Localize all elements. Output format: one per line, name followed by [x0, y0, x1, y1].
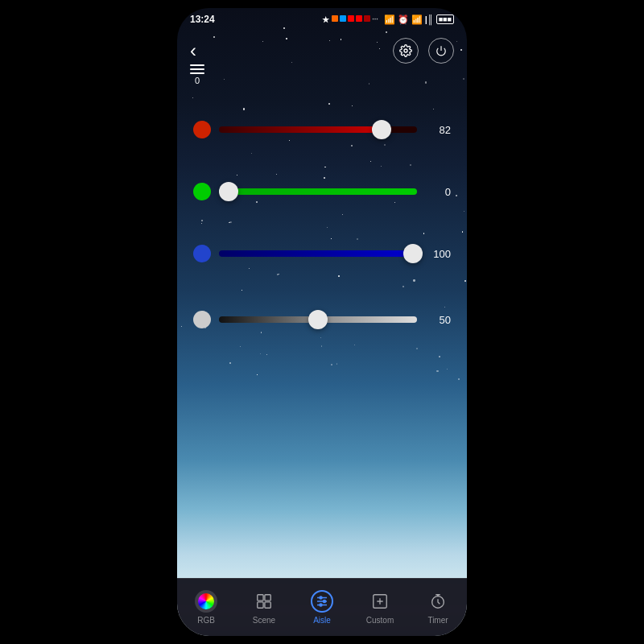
- rgb-nav-icon: [195, 590, 217, 613]
- power-button[interactable]: [428, 38, 454, 64]
- nav-item-timer[interactable]: Timer: [409, 590, 467, 625]
- blue-value: 100: [425, 248, 451, 260]
- nav-item-aisle[interactable]: Aisle: [293, 590, 351, 625]
- alarm-icon: ⏰: [398, 14, 409, 25]
- power-icon: [436, 45, 447, 56]
- signal2-icon: |║: [425, 14, 434, 24]
- red-value: 82: [425, 124, 451, 136]
- timer-nav-label: Timer: [427, 616, 448, 625]
- gear-icon: [399, 44, 412, 57]
- svg-point-0: [404, 49, 407, 52]
- white-thumb[interactable]: [308, 310, 328, 329]
- settings-button[interactable]: [393, 38, 419, 64]
- scene-nav-label: Scene: [253, 616, 275, 625]
- svg-rect-5: [265, 602, 270, 608]
- custom-nav-label: Custom: [366, 616, 394, 625]
- blue-dot: [193, 245, 211, 262]
- green-slider-row: 0: [193, 183, 451, 200]
- battery-icon: ■■■: [436, 14, 454, 24]
- notification-icons: ···: [332, 15, 378, 23]
- aisle-nav-icon: [311, 590, 333, 613]
- green-track-wrapper[interactable]: [219, 183, 417, 200]
- phone-frame: 13:24 ★ ··· 📶 ⏰ 📶 |║ ■■■ ‹: [177, 8, 467, 636]
- green-thumb[interactable]: [219, 182, 238, 201]
- nav-item-custom[interactable]: Custom: [351, 590, 409, 625]
- sliders-container: 82 0 100: [177, 121, 467, 373]
- green-track: [219, 188, 417, 195]
- blue-thumb[interactable]: [403, 244, 423, 263]
- screen: 13:24 ★ ··· 📶 ⏰ 📶 |║ ■■■ ‹: [177, 8, 467, 636]
- hamburger-icon[interactable]: [190, 64, 204, 74]
- aisle-nav-label: Aisle: [313, 616, 331, 625]
- blue-track-wrapper[interactable]: [219, 245, 417, 262]
- menu-number: 0: [190, 76, 204, 85]
- bluetooth-status-icon: 📶: [384, 14, 395, 25]
- white-slider-row: 50: [193, 311, 451, 328]
- rgb-circle-icon: [198, 593, 214, 609]
- red-slider-row: 82: [193, 121, 451, 138]
- custom-icon: [371, 592, 389, 610]
- top-bar: ‹: [177, 31, 467, 71]
- status-bar: 13:24 ★ ··· 📶 ⏰ 📶 |║ ■■■: [177, 8, 467, 31]
- white-track-wrapper[interactable]: [219, 311, 417, 328]
- svg-point-9: [320, 597, 322, 599]
- red-dot: [193, 121, 211, 138]
- red-track-wrapper[interactable]: [219, 121, 417, 138]
- green-value: 0: [425, 186, 451, 198]
- signal-icon: 📶: [411, 14, 423, 25]
- blue-track: [219, 250, 417, 257]
- custom-nav-icon: [369, 590, 391, 613]
- nav-item-scene[interactable]: Scene: [235, 590, 293, 625]
- nav-item-rgb[interactable]: RGB: [177, 590, 235, 625]
- white-dot: [193, 311, 211, 328]
- menu-area: 0: [190, 64, 204, 85]
- bottom-nav: RGB Scene: [177, 578, 467, 636]
- scene-nav-icon: [253, 590, 275, 613]
- bluetooth-icon: ★: [322, 15, 329, 24]
- scene-icon: [255, 592, 273, 610]
- back-button[interactable]: ‹: [190, 39, 196, 62]
- timer-icon: [429, 592, 447, 610]
- svg-point-11: [320, 604, 322, 606]
- svg-point-10: [324, 601, 326, 603]
- status-time: 13:24: [190, 14, 215, 25]
- green-dot: [193, 183, 211, 200]
- blue-slider-row: 100: [193, 245, 451, 262]
- svg-rect-4: [258, 602, 263, 608]
- rgb-nav-label: RGB: [197, 616, 215, 625]
- white-value: 50: [425, 314, 451, 326]
- red-track: [219, 126, 417, 133]
- status-icons: ★ ··· 📶 ⏰ 📶 |║ ■■■: [322, 14, 454, 25]
- top-right-icons: [393, 38, 454, 64]
- timer-nav-icon: [427, 590, 449, 613]
- svg-rect-3: [265, 595, 270, 601]
- white-track: [219, 316, 417, 323]
- svg-rect-2: [258, 595, 263, 601]
- aisle-icon: [315, 594, 329, 609]
- red-thumb[interactable]: [372, 120, 391, 139]
